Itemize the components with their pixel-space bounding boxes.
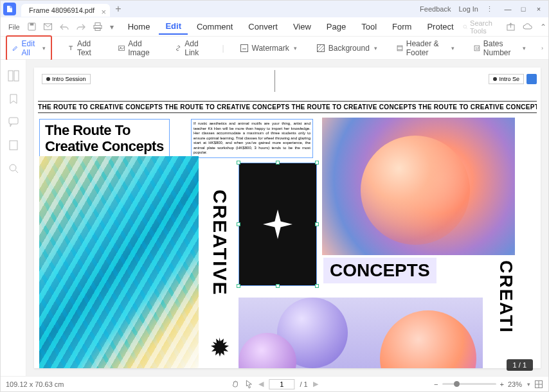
resize-handle[interactable] <box>237 284 240 288</box>
add-image-button[interactable]: Add Image <box>114 37 159 60</box>
splat-icon <box>209 337 230 358</box>
search-tools[interactable]: Search Tools <box>463 19 496 35</box>
svg-rect-10 <box>240 44 248 51</box>
qat-dropdown-icon[interactable]: ▾ <box>107 21 116 33</box>
save-icon[interactable] <box>25 21 39 32</box>
svg-point-19 <box>10 165 16 171</box>
add-text-button[interactable]: Add Text <box>64 37 103 60</box>
marble-artwork-image[interactable] <box>39 156 199 368</box>
menubar: File ▾ Home Edit Comment Convert View Pa… <box>1 17 548 37</box>
resize-handle[interactable] <box>315 222 319 226</box>
intro-session-badge: Intro Session <box>42 74 91 84</box>
edit-all-button[interactable]: Edit All▾ <box>6 35 52 61</box>
search-panel-icon[interactable] <box>8 163 19 174</box>
canvas-area[interactable]: Intro Session Intro Se THE ROUTE TO CREA… <box>26 60 548 376</box>
svg-rect-18 <box>10 141 17 150</box>
vertical-creative-text-2[interactable]: CREATI <box>492 260 516 368</box>
chevron-down-icon: ▾ <box>42 45 46 51</box>
zoom-in-button[interactable]: + <box>500 380 504 388</box>
titlebar: Frame 48096914.pdf × + Feedback Log In ⋮… <box>1 1 548 17</box>
resize-handle[interactable] <box>276 284 280 288</box>
zoom-out-button[interactable]: − <box>434 380 438 388</box>
image-icon <box>118 44 125 53</box>
redo-icon[interactable] <box>74 22 88 32</box>
feedback-link[interactable]: Feedback <box>420 5 451 13</box>
next-page-button[interactable]: ▶ <box>313 380 318 388</box>
chevron-down-icon: ▾ <box>374 45 377 51</box>
menu-tool[interactable]: Tool <box>355 19 383 34</box>
chevron-down-icon: ▾ <box>294 45 297 51</box>
comment-panel-icon[interactable] <box>8 116 19 128</box>
fit-page-icon[interactable] <box>534 380 543 389</box>
resize-handle[interactable] <box>237 161 240 165</box>
menu-form[interactable]: Form <box>386 19 418 34</box>
svg-rect-17 <box>9 118 18 124</box>
resize-handle[interactable] <box>276 161 280 165</box>
expand-toolbar-icon[interactable]: ⌃ <box>537 21 549 33</box>
login-link[interactable]: Log In <box>458 5 478 13</box>
menu-comment[interactable]: Comment <box>190 19 239 34</box>
description-text-frame[interactable]: If rustic aesthetics and animal motifs a… <box>191 119 313 158</box>
link-icon <box>175 44 181 53</box>
new-tab-button[interactable]: + <box>115 3 121 15</box>
select-tool-icon[interactable] <box>245 380 253 389</box>
svg-rect-16 <box>14 71 19 81</box>
menu-convert[interactable]: Convert <box>242 19 284 34</box>
print-icon[interactable] <box>91 21 105 32</box>
header-footer-icon <box>397 44 403 53</box>
tab-close-icon[interactable]: × <box>102 7 107 17</box>
menu-view[interactable]: View <box>287 19 318 34</box>
concepts-text[interactable]: CONCEPTS <box>323 258 437 283</box>
add-link-button[interactable]: Add Link <box>171 37 210 60</box>
menu-edit[interactable]: Edit <box>159 19 188 35</box>
zoom-slider[interactable] <box>442 383 496 385</box>
intro-session-badge-right: Intro Se <box>489 74 524 84</box>
watermark-icon <box>240 44 249 53</box>
marquee-text: THE ROUTE TO CREATIVE CONCEPTS THE ROUTE… <box>38 101 537 113</box>
attachments-icon[interactable] <box>8 139 19 151</box>
prev-page-button[interactable]: ◀ <box>258 380 264 388</box>
thumbnails-icon[interactable] <box>8 70 19 82</box>
resize-handle[interactable] <box>315 284 319 288</box>
menu-page[interactable]: Page <box>320 19 352 34</box>
pdf-page: Intro Session Intro Se THE ROUTE TO CREA… <box>34 67 541 368</box>
menu-protect[interactable]: Protect <box>420 19 460 34</box>
cloud-icon[interactable] <box>520 22 535 31</box>
watermark-button[interactable]: Watermark▾ <box>236 41 301 55</box>
orange-sphere-image[interactable] <box>322 118 515 255</box>
page-number-input[interactable] <box>269 379 294 389</box>
background-button[interactable]: Background▾ <box>312 41 381 55</box>
header-footer-button[interactable]: Header & Footer▾ <box>393 37 458 60</box>
workspace: Intro Session Intro Se THE ROUTE TO CREA… <box>1 60 548 376</box>
svg-rect-15 <box>8 71 13 81</box>
text-icon <box>68 44 74 53</box>
vertical-creative-text[interactable]: CREATIVE <box>205 190 231 337</box>
file-menu[interactable]: File <box>6 22 22 32</box>
close-button[interactable]: × <box>532 3 546 15</box>
undo-icon[interactable] <box>57 22 71 32</box>
svg-rect-5 <box>95 28 100 31</box>
zoom-level: 23% <box>508 380 522 388</box>
chevron-down-icon: ▾ <box>451 45 455 51</box>
document-tab[interactable]: Frame 48096914.pdf × <box>21 4 110 17</box>
resize-handle[interactable] <box>237 222 240 226</box>
purple-bubbles-image[interactable] <box>239 298 483 368</box>
menu-home[interactable]: Home <box>122 19 157 34</box>
resize-handle[interactable] <box>315 161 319 165</box>
share-icon[interactable] <box>504 21 518 32</box>
selected-black-card-image[interactable] <box>239 163 317 286</box>
maximize-button[interactable]: □ <box>516 3 530 15</box>
bookmark-icon[interactable] <box>8 93 19 105</box>
statusbar: 109.12 x 70.63 cm ◀ / 1 ▶ − + 23% ▾ <box>1 376 548 391</box>
minimize-button[interactable]: — <box>501 3 515 15</box>
zoom-dropdown-icon[interactable]: ▾ <box>527 381 530 388</box>
page-divider <box>274 70 275 92</box>
bates-number-button[interactable]: 12 Bates Number▾ <box>470 37 530 60</box>
word-doc-icon <box>526 74 537 84</box>
hand-tool-icon[interactable] <box>231 380 240 389</box>
toolbar-overflow-icon[interactable]: › <box>541 45 543 51</box>
mail-icon[interactable] <box>41 22 55 31</box>
svg-point-6 <box>463 25 466 28</box>
heading-text-frame[interactable]: The Route ToCreative Concepts <box>39 119 170 158</box>
kebab-menu-icon[interactable]: ⋮ <box>486 5 493 13</box>
